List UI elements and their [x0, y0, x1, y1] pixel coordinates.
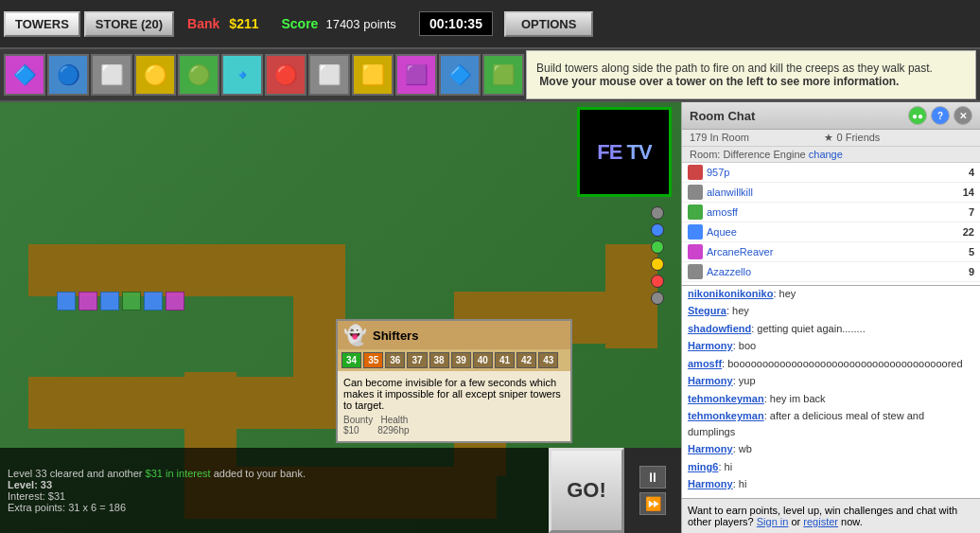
- chat-message: ming6: hi: [688, 459, 974, 475]
- user-name[interactable]: 957p: [707, 167, 965, 178]
- info-text: Build towers along side the path to fire…: [536, 62, 966, 88]
- level-cell-34[interactable]: 34: [341, 352, 361, 368]
- chat-username[interactable]: amosff: [688, 358, 722, 369]
- signin-link[interactable]: Sign in: [757, 516, 789, 527]
- chat-message: tehmonkeyman: hey im back: [688, 391, 974, 407]
- chat-icon-green[interactable]: ●●: [908, 106, 927, 125]
- creep-icon: 👻: [343, 324, 367, 346]
- level-dot-1: [651, 206, 664, 220]
- level-dots: [651, 206, 664, 305]
- level-dot-2: [651, 223, 664, 237]
- room-change-link[interactable]: change: [809, 149, 843, 160]
- extra-points-line: Extra points: 31 x 6 = 186: [8, 502, 541, 513]
- chat-username[interactable]: nikonikonikoniko: [688, 288, 773, 299]
- tower-icon-11[interactable]: 🔷: [439, 54, 481, 96]
- tower-icon-3[interactable]: ⬜: [91, 54, 132, 96]
- chat-username[interactable]: Stegura: [688, 305, 726, 316]
- level-cell-43[interactable]: 43: [538, 352, 558, 368]
- chat-message: Harmony: boo: [688, 338, 974, 354]
- count-text: 179 In Room: [690, 132, 749, 143]
- user-row[interactable]: alanwillkill 14: [682, 183, 980, 203]
- chat-text: : hey: [726, 305, 749, 316]
- bank-label: Bank: [187, 16, 219, 31]
- fast-forward-button[interactable]: ⏩: [639, 492, 666, 515]
- bottom-game-panel: Level 33 cleared and another $31 in inte…: [0, 448, 681, 533]
- chat-message: Harmony: wb: [688, 441, 974, 457]
- user-name[interactable]: Aquee: [707, 226, 959, 238]
- tower-icon-4[interactable]: 🟡: [134, 54, 176, 96]
- chat-username[interactable]: shadowfiend: [688, 323, 751, 334]
- chat-username[interactable]: tehmonkeyman: [688, 410, 764, 421]
- towers-button[interactable]: TOWERS: [4, 11, 80, 37]
- bounty-value: $10: [343, 425, 359, 435]
- tower-icon-5[interactable]: 🟢: [178, 54, 219, 96]
- pause-button[interactable]: ⏸: [639, 466, 666, 489]
- user-list[interactable]: 957p 4 alanwillkill 14 amosff 7 Aquee 22…: [682, 163, 980, 286]
- user-row[interactable]: 957p 4: [682, 163, 980, 183]
- tower-icon-6[interactable]: 🔹: [221, 54, 263, 96]
- level-dot-3: [651, 240, 664, 254]
- chat-text: : hi: [718, 461, 732, 472]
- level-cell-41[interactable]: 41: [495, 352, 515, 368]
- user-name[interactable]: ArcaneReaver: [707, 246, 965, 258]
- chat-username[interactable]: Harmony: [688, 478, 733, 489]
- level-label: Level: 33: [8, 479, 52, 490]
- fetv-tv: TV: [627, 140, 652, 164]
- level-cell-36[interactable]: 36: [385, 352, 405, 368]
- room-chat-title: Room Chat: [690, 109, 755, 123]
- user-row[interactable]: Azazzello 9: [682, 262, 980, 282]
- store-button[interactable]: STORE (20): [84, 11, 174, 37]
- chat-username[interactable]: ming6: [688, 461, 718, 472]
- user-row[interactable]: ArcaneReaver 5: [682, 242, 980, 262]
- tower-icon-8[interactable]: ⬜: [308, 54, 350, 96]
- go-button[interactable]: GO!: [549, 448, 624, 533]
- chat-messages: Genx: Kongratsnikonikonikoniko: heyStegu…: [682, 286, 980, 498]
- user-avatar: [688, 224, 703, 240]
- score-value: 17403 points: [325, 17, 395, 31]
- level-cell-38[interactable]: 38: [429, 352, 449, 368]
- chat-message: amosff: booooooooooooooooooooooooooooooo…: [688, 356, 974, 372]
- chat-username[interactable]: Harmony: [688, 443, 733, 454]
- register-link[interactable]: register: [803, 516, 838, 527]
- fetv-fe: FE: [597, 140, 621, 164]
- user-level: 7: [969, 206, 974, 218]
- user-avatar: [688, 165, 703, 180]
- fetv-box: FE TV: [577, 107, 672, 197]
- user-row[interactable]: amosff 7: [682, 203, 980, 222]
- top-bar: TOWERS STORE (20) Bank $211 Score 17403 …: [0, 0, 980, 49]
- tower-icon-2[interactable]: 🔵: [47, 54, 89, 96]
- left-info: Level 33 cleared and another $31 in inte…: [0, 448, 549, 533]
- user-level: 14: [963, 187, 974, 198]
- room-count: 179 In Room ★ 0 Friends: [682, 130, 980, 147]
- options-button[interactable]: OPTIONS: [504, 11, 594, 37]
- tower-icon-9[interactable]: 🟨: [352, 54, 394, 96]
- user-name[interactable]: Azazzello: [707, 266, 965, 277]
- level-cell-39[interactable]: 39: [451, 352, 471, 368]
- tower-icon-10[interactable]: 🟪: [395, 54, 437, 96]
- fetv-text: FE TV: [597, 140, 651, 165]
- user-name[interactable]: alanwillkill: [707, 187, 959, 198]
- user-name[interactable]: amosff: [707, 206, 965, 218]
- chat-icon-close[interactable]: ✕: [954, 106, 972, 125]
- creep-description: Can become invisible for a few seconds w…: [343, 377, 561, 411]
- level-cell-35[interactable]: 35: [363, 352, 383, 368]
- level-cell-42[interactable]: 42: [516, 352, 536, 368]
- chat-text: : hi: [733, 478, 747, 489]
- level-cell-40[interactable]: 40: [473, 352, 493, 368]
- user-avatar: [688, 264, 703, 279]
- tower-icon-7[interactable]: 🔴: [265, 54, 306, 96]
- game-area[interactable]: FE TV: [0, 102, 681, 533]
- status-line-2: Level: 33: [8, 479, 541, 490]
- level-dot-6: [651, 292, 664, 305]
- chat-icon-blue[interactable]: ?: [931, 106, 950, 125]
- chat-username[interactable]: tehmonkeyman: [688, 393, 764, 404]
- chat-username[interactable]: Harmony: [688, 375, 733, 386]
- tower-icon-12[interactable]: 🟩: [482, 54, 524, 96]
- tower-icon-1[interactable]: 🔷: [4, 54, 45, 96]
- chat-username[interactable]: Harmony: [688, 340, 733, 351]
- tower-icons-row: 🔷 🔵 ⬜ 🟡 🟢 🔹 🔴 ⬜ 🟨 🟪 🔷 🟩 Build towers alo…: [0, 49, 980, 102]
- level-cell-37[interactable]: 37: [407, 352, 427, 368]
- bank-value: $211: [229, 16, 258, 31]
- user-row[interactable]: Aquee 22: [682, 222, 980, 242]
- chat-message: Harmony: hi: [688, 476, 974, 492]
